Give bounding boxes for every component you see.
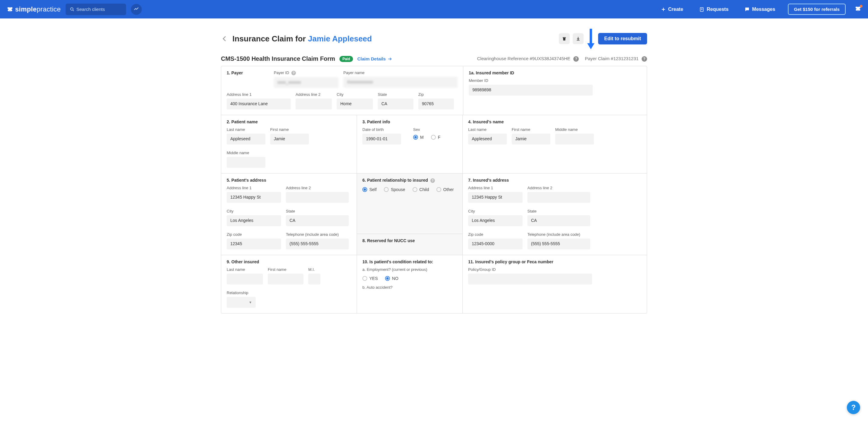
edit-resubmit-button[interactable]: Edit to resubmit [598,33,647,44]
patient-city-field[interactable]: Los Angeles [227,215,281,226]
analytics-button[interactable] [131,4,142,15]
section-8-reserved: 8. Reserved for NUCC use [357,234,462,255]
svg-line-1 [73,10,74,10]
radio-10a-no[interactable]: NO [385,276,398,281]
clipboard-icon [699,7,705,12]
radio-rel-self[interactable]: Self [362,187,377,192]
payer-claim-ref: Payer Claim #1231231231 ? [585,56,647,62]
radio-rel-spouse[interactable]: Spouse [384,187,405,192]
field-label: Last name [227,267,263,272]
patient-first-field[interactable]: Jamie [270,133,309,145]
section-2-patient-name: 2. Patient name Last nameAppleseed First… [221,115,356,173]
radio-10a-yes[interactable]: YES [362,276,378,281]
help-icon[interactable]: ? [291,71,296,75]
insured-addr2-field[interactable] [527,192,590,203]
radio-sex-f[interactable]: F [431,135,441,140]
field-label: State [378,92,413,97]
brand-logo[interactable]: simplepractice [7,5,61,13]
payer-addr2-field[interactable] [296,98,332,110]
insured-last-field[interactable]: Appleseed [468,133,507,145]
insured-city-field[interactable]: Los Angeles [468,215,523,226]
download-button[interactable] [573,33,584,44]
patient-middle-field[interactable] [227,157,266,168]
policy-id-field[interactable] [468,274,592,284]
nav-requests[interactable]: Requests [693,7,734,12]
field-label: Payer name [343,70,458,75]
section-title: 1a. Insured member ID [469,70,641,75]
arrow-right-icon [388,57,392,61]
clearinghouse-ref: Clearinghouse Reference #9UXS38J43745HE … [477,56,579,62]
notification-dot-icon [860,5,863,7]
search-input[interactable] [76,6,122,12]
payer-addr1-field[interactable]: 400 Insurance Lane [227,98,291,110]
help-icon[interactable]: ? [573,56,579,62]
patient-zip-field[interactable]: 12345 [227,239,281,249]
patient-addr1-field[interactable]: 12345 Happy St [227,192,281,203]
patient-last-field[interactable]: Appleseed [227,133,266,145]
patient-phone-field[interactable]: (555) 555-5555 [286,239,349,249]
field-label: City [468,209,523,213]
delete-button[interactable] [559,33,570,44]
insured-middle-field[interactable] [555,133,594,145]
other-mi-field[interactable] [308,274,320,284]
patient-state-field[interactable]: CA [286,215,349,226]
question-a-label: a. Employment? (current or previous) [362,267,457,272]
download-icon [576,36,581,41]
field-label: Last name [468,127,507,132]
member-id-field[interactable]: 98989898 [469,85,593,95]
relationship-select[interactable]: ▼ [227,297,256,308]
field-label: Policy/Group ID [468,267,592,272]
payer-city-field[interactable]: Home [337,98,373,110]
field-label: Date of birth [362,127,401,132]
client-link[interactable]: Jamie Appleseed [308,34,372,43]
radio-rel-child[interactable]: Child [412,187,429,192]
other-first-field[interactable] [268,274,304,284]
form-name: CMS-1500 Health Insurance Claim Form [221,55,335,62]
dob-field[interactable]: 1990-01-01 [362,133,401,145]
insured-first-field[interactable]: Jamie [512,133,550,145]
payer-state-field[interactable]: CA [378,98,413,110]
insured-zip-field[interactable]: 12345-0000 [468,239,523,249]
nav-create[interactable]: Create [655,7,689,12]
trash-icon [562,36,567,41]
nav-requests-label: Requests [707,7,729,12]
radio-sex-m[interactable]: M [413,135,424,140]
nav-messages-label: Messages [752,7,776,12]
field-label: Address line 1 [227,92,291,97]
field-label: State [527,209,590,213]
field-label: Middle name [555,127,594,132]
page-title-prefix: Insurance Claim for [232,34,308,43]
nav-messages[interactable]: Messages [739,7,781,12]
chat-icon [744,7,750,12]
client-search[interactable] [66,4,126,15]
insured-phone-field[interactable]: (555) 555-5555 [527,239,590,249]
field-label: Middle name [227,151,266,155]
other-last-field[interactable] [227,274,263,284]
section-title: 9. Other insured [227,259,351,264]
field-label: M.I. [308,267,320,272]
field-label: Address line 1 [468,186,523,190]
section-title: 10. Is patient's condition related to: [362,259,457,264]
field-label: Zip code [468,232,523,237]
brand-light: practice [37,5,61,13]
payer-id-field[interactable]: xxxx_xxxxxx [274,77,339,88]
field-label: First name [270,127,309,132]
referral-button[interactable]: Get $150 for referrals [788,4,846,15]
svg-point-0 [70,7,73,10]
help-icon[interactable]: ? [642,56,647,62]
payer-zip-field[interactable]: 90765 [418,98,454,110]
claim-details-link[interactable]: Claim Details [357,56,392,61]
claim-details-label: Claim Details [357,56,385,61]
patient-addr2-field[interactable] [286,192,349,203]
butterfly-icon [7,6,13,13]
insured-addr1-field[interactable]: 12345 Happy St [468,192,523,203]
section-4-insured-name: 4. Insured's name Last nameAppleseed Fir… [462,115,647,173]
radio-rel-other[interactable]: Other [436,187,454,192]
payer-name-field[interactable]: Xxxxxxxxxxxx [343,77,458,88]
annotation-arrow-icon [587,28,595,50]
section-title: 3. Patient info [362,119,457,124]
help-icon[interactable]: ? [430,178,435,183]
notifications-button[interactable] [855,5,861,13]
back-arrow-icon[interactable] [221,35,229,42]
insured-state-field[interactable]: CA [527,215,590,226]
